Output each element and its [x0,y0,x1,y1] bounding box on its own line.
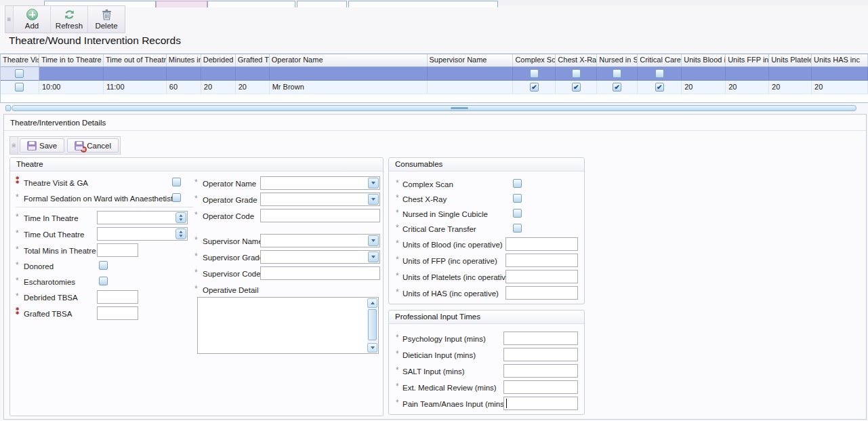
details-header-divider [4,130,866,131]
text-input[interactable] [505,237,578,251]
save-button[interactable]: Save [20,138,64,153]
operative-detail-textarea[interactable] [197,297,379,354]
tab-fragment-active[interactable] [156,1,207,7]
spinner-arrows-icon[interactable] [175,228,186,239]
cancel-button[interactable]: ✕ Cancel [67,138,119,153]
text-input[interactable] [97,306,138,320]
form-checkbox[interactable] [513,224,522,233]
form-checkbox[interactable] [99,277,108,285]
row-checkbox[interactable]: ✔ [613,83,621,92]
required-marker: * [194,235,198,245]
text-input[interactable] [503,380,578,394]
field-label: Operator Code [203,212,254,220]
toolbar-grip-icon[interactable]: ≡ [10,137,18,154]
column-header-supervisor-name[interactable]: Supervisor Name [428,54,514,66]
field-label: Critical Care Transfer [402,225,476,233]
text-input[interactable] [503,364,578,378]
column-header-nursed-in-single[interactable]: Nursed in Single [597,54,638,66]
form-checkbox[interactable] [99,261,108,270]
field-row-total-mins-in-theatre: *Total Mins in Theatre [16,245,199,258]
field-row-time-out-theatre: *Time Out Theatre [16,228,199,242]
column-header-chest-x-ray[interactable]: Chest X-Ray [556,54,597,66]
form-checkbox[interactable] [513,179,522,188]
required-marker: * [396,287,399,297]
dropdown-select[interactable] [260,234,380,247]
chevron-down-icon[interactable] [368,252,379,262]
chevron-down-icon[interactable] [368,178,379,188]
form-checkbox[interactable] [513,209,522,218]
text-input[interactable] [505,286,578,300]
refresh-button[interactable]: Refresh [51,6,88,33]
form-checkbox[interactable] [172,193,181,202]
form-checkbox[interactable] [172,178,181,186]
required-marker: * [396,223,399,233]
column-header-units-blood-inc[interactable]: Units Blood inc [682,54,726,66]
row-checkbox[interactable]: ✔ [530,83,539,92]
table-row[interactable]: 10:0011:00602020Mr Brown✔✔✔✔20202020 [1,81,868,94]
table-cell [597,67,638,81]
row-checkbox[interactable] [613,69,621,78]
row-checkbox[interactable] [655,69,664,78]
text-input[interactable] [97,243,138,257]
row-checkbox[interactable] [15,83,24,92]
column-header-minutes-in-theatre[interactable]: Minutes in Theatre [167,54,201,66]
column-header-grafted-tbsa[interactable]: Grafted TBSA [236,54,270,66]
dropdown-select[interactable] [260,193,380,206]
chevron-down-icon[interactable] [368,194,379,205]
tab-fragment[interactable] [297,1,347,7]
column-header-critical-care[interactable]: Critical Care [638,54,682,66]
column-header-debrided-tbsa[interactable]: Debrided TBSA [201,54,236,66]
add-button[interactable]: Add [14,6,51,33]
table-cell [39,67,104,81]
column-header-units-ffp-inc[interactable]: Units FFP inc [726,54,769,66]
time-spinner-input[interactable] [97,211,188,224]
spinner-arrows-icon[interactable] [175,212,186,223]
table-cell [104,67,167,81]
text-input[interactable] [505,270,578,283]
scroll-up-arrow-icon[interactable] [367,298,377,308]
column-header-units-platelets[interactable]: Units Platelets [769,54,812,66]
column-header-theatre-visit[interactable]: Theatre Visit [1,54,39,66]
table-cell [236,67,270,81]
column-header-time-in-to-theatre[interactable]: Time in to Theatre [39,54,104,66]
text-input-focused[interactable] [503,397,578,410]
time-spinner-input[interactable] [97,227,188,241]
table-row-selected[interactable] [1,67,868,81]
tab-fragment[interactable] [207,1,295,7]
tab-fragment[interactable] [348,1,498,7]
field-label: Grafted TBSA [24,310,72,318]
form-checkbox[interactable] [513,194,522,203]
field-row-donored: *Donored [16,260,199,274]
dropdown-select[interactable] [260,250,380,264]
table-cell [513,67,556,81]
text-input[interactable] [505,254,578,267]
textarea-scrollbar [367,298,377,353]
field-label: Psychology Input (mins) [402,335,486,343]
text-input[interactable] [260,209,380,222]
row-checkbox[interactable] [15,69,24,78]
required-marker: * [396,271,399,281]
toolbar-grip-icon[interactable]: ≡ [5,6,14,33]
column-header-operator-name[interactable]: Operator Name [270,54,428,66]
field-label: Donored [24,262,54,270]
text-input[interactable] [503,348,578,361]
text-input[interactable] [97,290,138,304]
scroll-down-arrow-icon[interactable] [367,343,377,353]
row-checkbox[interactable] [530,69,539,78]
delete-button[interactable]: Delete [88,6,125,33]
row-checkbox[interactable]: ✔ [572,83,581,92]
row-checkbox[interactable]: ✔ [655,83,664,92]
column-header-units-has-inc[interactable]: Units HAS inc [812,54,868,66]
column-header-complex-scan[interactable]: Complex Scan [513,54,556,66]
scrollbar-thumb[interactable] [368,309,377,340]
dropdown-select[interactable] [260,176,380,190]
text-input[interactable] [260,266,380,280]
field-row-theatre-visit-ga: ✱✱Theatre Visit & GA [16,177,199,191]
horizontal-splitter[interactable] [12,105,856,111]
row-checkbox[interactable] [572,69,581,78]
required-marker: * [194,268,198,277]
column-header-time-out-of-theatre[interactable]: Time out of Theatre [104,54,167,66]
chevron-down-icon[interactable] [368,235,379,246]
text-input[interactable] [503,332,578,345]
required-marker: * [396,333,399,342]
